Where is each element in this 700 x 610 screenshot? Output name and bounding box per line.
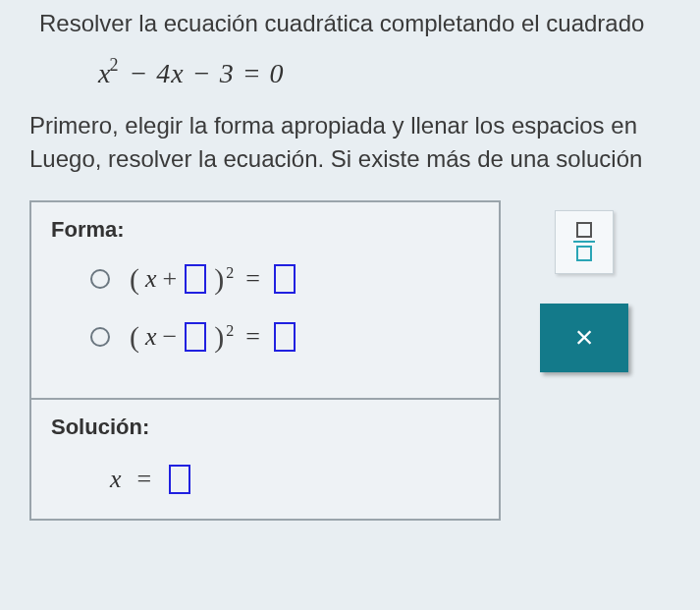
solution-expr: x = (110, 465, 479, 494)
equals: = (245, 264, 260, 294)
equation-rest: − 4x − 3 = 0 (121, 58, 284, 88)
form-option-plus[interactable]: ( x + ) 2 = (90, 262, 479, 296)
fraction-bar-icon (573, 241, 595, 243)
equation-exp: 2 (109, 55, 119, 75)
forma-label: Forma: (51, 217, 479, 243)
main-equation: x2 − 4x − 3 = 0 (98, 57, 700, 89)
solution-section: Solución: x = (31, 400, 499, 519)
minus-op: − (163, 322, 178, 352)
form-option-minus[interactable]: ( x − ) 2 = (90, 320, 479, 354)
answer-panel: Forma: ( x + ) 2 = ( x (29, 200, 501, 521)
instructions: Primero, elegir la forma apropiada y lle… (29, 109, 700, 175)
blank-input[interactable] (169, 465, 190, 494)
var: x (145, 264, 157, 294)
equals: = (245, 322, 260, 352)
expr-plus: ( x + ) 2 = (130, 262, 297, 296)
page-title: Resolver la ecuación cuadrática completa… (39, 10, 700, 37)
open-paren-icon: ( (130, 320, 139, 354)
sol-equals: = (137, 465, 152, 494)
solution-label: Solución: (51, 415, 479, 440)
blank-input[interactable] (185, 322, 206, 352)
forma-section: Forma: ( x + ) 2 = ( x (31, 202, 499, 398)
close-icon: × (575, 319, 594, 356)
instructions-line-2: Luego, resolver la ecuación. Si existe m… (29, 142, 700, 176)
close-paren-icon: ) (214, 320, 224, 354)
exponent: 2 (226, 264, 234, 282)
expr-minus: ( x − ) 2 = (130, 320, 297, 354)
blank-input[interactable] (274, 322, 296, 352)
exponent: 2 (226, 322, 234, 340)
radio-minus[interactable] (90, 327, 110, 347)
sol-var: x (110, 465, 122, 494)
instructions-line-1: Primero, elegir la forma apropiada y lle… (29, 109, 700, 142)
open-paren-icon: ( (130, 262, 139, 296)
fraction-numerator-icon (576, 222, 592, 238)
plus-op: + (163, 264, 178, 294)
blank-input[interactable] (185, 264, 206, 294)
radio-plus[interactable] (90, 269, 110, 289)
blank-input[interactable] (274, 264, 296, 294)
var: x (145, 322, 157, 352)
toolbar: × (540, 210, 628, 372)
close-paren-icon: ) (214, 262, 224, 296)
fraction-button[interactable] (555, 210, 614, 274)
fraction-icon (573, 222, 595, 261)
fraction-denominator-icon (576, 246, 592, 261)
close-button[interactable]: × (540, 304, 628, 372)
